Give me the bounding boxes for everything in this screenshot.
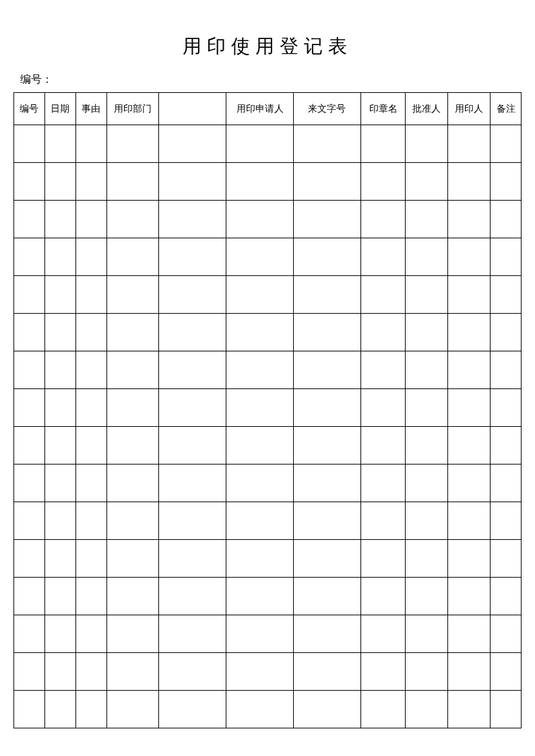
table-cell — [448, 238, 491, 276]
table-cell — [491, 502, 522, 540]
table-cell — [448, 276, 491, 314]
table-cell — [406, 125, 448, 163]
table-cell — [448, 389, 491, 427]
table-cell — [44, 540, 75, 578]
table-cell — [406, 653, 448, 691]
table-cell — [159, 389, 226, 427]
table-cell — [293, 502, 360, 540]
table-cell — [44, 389, 75, 427]
header-sealname: 印章名 — [360, 93, 406, 125]
table-cell — [106, 540, 159, 578]
table-cell — [293, 351, 360, 389]
header-docnum: 来文字号 — [293, 93, 360, 125]
table-row — [14, 653, 522, 691]
table-cell — [360, 125, 406, 163]
table-cell — [491, 691, 522, 728]
table-cell — [293, 125, 360, 163]
table-cell — [75, 502, 106, 540]
table-cell — [75, 163, 106, 201]
table-cell — [360, 615, 406, 653]
table-cell — [14, 389, 45, 427]
table-cell — [226, 238, 294, 276]
table-cell — [159, 427, 226, 465]
table-cell — [106, 314, 159, 351]
table-cell — [226, 314, 294, 351]
table-cell — [44, 691, 75, 728]
table-cell — [159, 653, 226, 691]
table-cell — [360, 201, 406, 238]
table-cell — [491, 163, 522, 201]
table-cell — [75, 427, 106, 465]
table-cell — [293, 238, 360, 276]
serial-label: 编号： — [20, 73, 522, 87]
registration-table: 编号 日期 事由 用印部门 用印申请人 来文字号 印章名 批准人 用印人 备注 — [13, 92, 522, 728]
table-cell — [360, 502, 406, 540]
table-cell — [293, 389, 360, 427]
header-approver: 批准人 — [406, 93, 448, 125]
table-row — [14, 465, 522, 502]
table-cell — [491, 578, 522, 615]
table-cell — [448, 691, 491, 728]
table-cell — [75, 578, 106, 615]
table-cell — [75, 691, 106, 728]
table-cell — [360, 389, 406, 427]
table-header-row: 编号 日期 事由 用印部门 用印申请人 来文字号 印章名 批准人 用印人 备注 — [14, 93, 522, 125]
table-cell — [491, 465, 522, 502]
table-row — [14, 238, 522, 276]
table-row — [14, 578, 522, 615]
table-cell — [14, 351, 45, 389]
table-cell — [14, 163, 45, 201]
table-cell — [159, 125, 226, 163]
table-cell — [106, 465, 159, 502]
table-cell — [293, 691, 360, 728]
table-cell — [14, 125, 45, 163]
table-cell — [14, 540, 45, 578]
table-cell — [159, 615, 226, 653]
table-cell — [75, 389, 106, 427]
table-cell — [406, 238, 448, 276]
table-cell — [75, 276, 106, 314]
table-cell — [14, 615, 45, 653]
table-cell — [491, 125, 522, 163]
table-row — [14, 615, 522, 653]
table-cell — [448, 502, 491, 540]
table-cell — [75, 540, 106, 578]
table-cell — [226, 201, 294, 238]
table-cell — [293, 276, 360, 314]
table-cell — [106, 653, 159, 691]
table-cell — [293, 465, 360, 502]
table-cell — [44, 465, 75, 502]
table-cell — [106, 238, 159, 276]
table-cell — [106, 691, 159, 728]
table-cell — [106, 615, 159, 653]
table-cell — [159, 276, 226, 314]
table-cell — [406, 389, 448, 427]
table-cell — [14, 276, 45, 314]
table-cell — [406, 427, 448, 465]
header-remark: 备注 — [491, 93, 522, 125]
table-cell — [448, 351, 491, 389]
table-cell — [491, 540, 522, 578]
table-cell — [293, 578, 360, 615]
table-cell — [44, 201, 75, 238]
table-cell — [360, 465, 406, 502]
header-sealer: 用印人 — [448, 93, 491, 125]
table-cell — [44, 163, 75, 201]
table-cell — [106, 276, 159, 314]
header-date: 日期 — [44, 93, 75, 125]
table-cell — [44, 276, 75, 314]
table-cell — [360, 427, 406, 465]
table-row — [14, 314, 522, 351]
table-cell — [226, 427, 294, 465]
table-cell — [406, 201, 448, 238]
table-cell — [491, 615, 522, 653]
table-cell — [491, 653, 522, 691]
table-cell — [14, 465, 45, 502]
table-cell — [226, 163, 294, 201]
table-cell — [448, 578, 491, 615]
page-title: 用印使用登记表 — [13, 34, 522, 59]
table-cell — [448, 465, 491, 502]
table-cell — [360, 238, 406, 276]
table-cell — [14, 427, 45, 465]
table-cell — [448, 125, 491, 163]
